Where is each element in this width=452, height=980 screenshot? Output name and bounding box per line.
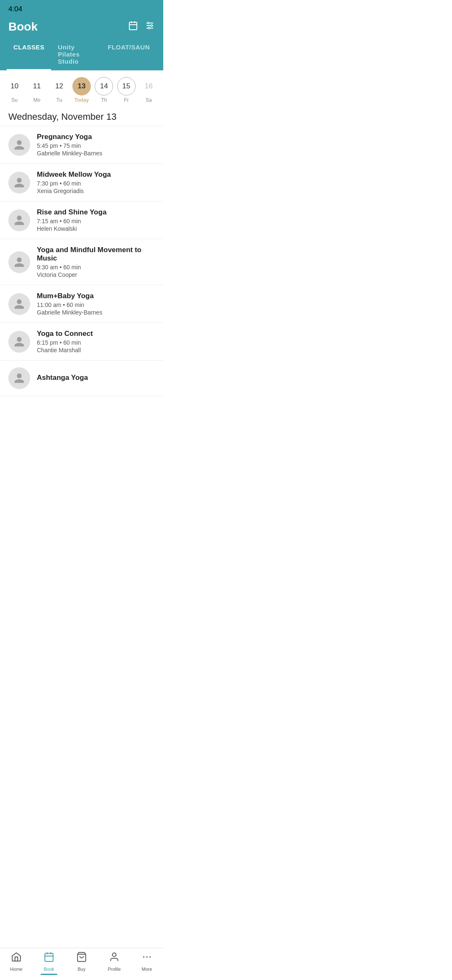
class-instructor-5: Chantie Marshall: [37, 347, 155, 353]
cal-day-10[interactable]: 10 Su: [5, 77, 24, 103]
class-item-0[interactable]: Pregnancy Yoga 5:45 pm • 75 min Gabriell…: [0, 126, 163, 164]
avatar-0: [8, 134, 30, 156]
cal-num-13: 13: [72, 77, 91, 95]
status-bar: 4:04: [0, 0, 163, 17]
svg-point-9: [148, 27, 150, 29]
cal-label-mo: Mo: [33, 97, 41, 103]
class-name-2: Rise and Shine Yoga: [37, 208, 155, 217]
class-item-3[interactable]: Yoga and Mindful Movement to Music 9:30 …: [0, 239, 163, 285]
tab-studio[interactable]: Unity Pilates Studio: [51, 39, 101, 70]
avatar-3: [8, 251, 30, 273]
class-list: Pregnancy Yoga 5:45 pm • 75 min Gabriell…: [0, 126, 163, 396]
cal-label-tu: Tu: [56, 97, 62, 103]
svg-rect-0: [129, 22, 137, 30]
class-name-3: Yoga and Mindful Movement to Music: [37, 246, 155, 263]
class-info-1: Midweek Mellow Yoga 7:30 pm • 60 min Xen…: [37, 170, 155, 194]
date-heading: Wednesday, November 13: [0, 106, 163, 126]
cal-num-14: 14: [95, 77, 113, 95]
class-instructor-2: Helen Kowalski: [37, 225, 155, 232]
class-item-1[interactable]: Midweek Mellow Yoga 7:30 pm • 60 min Xen…: [0, 164, 163, 201]
class-info-0: Pregnancy Yoga 5:45 pm • 75 min Gabriell…: [37, 133, 155, 157]
class-item-4[interactable]: Mum+Baby Yoga 11:00 am • 60 min Gabriell…: [0, 285, 163, 323]
status-time: 4:04: [8, 5, 22, 13]
cal-label-sa: Sa: [146, 97, 152, 103]
cal-label-today: Today: [74, 97, 89, 103]
avatar-5: [8, 331, 30, 353]
class-info-3: Yoga and Mindful Movement to Music 9:30 …: [37, 246, 155, 278]
class-name-6: Ashtanga Yoga: [37, 374, 155, 382]
header: Book: [0, 17, 163, 39]
avatar-6: [8, 367, 30, 389]
class-instructor-1: Xenia Gregoriadis: [37, 188, 155, 194]
filter-icon[interactable]: [145, 21, 155, 33]
cal-label-su: Su: [11, 97, 18, 103]
page-title: Book: [8, 20, 38, 34]
class-name-0: Pregnancy Yoga: [37, 133, 155, 141]
class-time-2: 7:15 am • 60 min: [37, 218, 155, 224]
class-info-6: Ashtanga Yoga: [37, 374, 155, 383]
cal-day-13[interactable]: 13 Today: [72, 77, 91, 103]
class-item-6[interactable]: Ashtanga Yoga: [0, 361, 163, 396]
svg-point-7: [147, 22, 149, 24]
cal-day-16[interactable]: 16 Sa: [139, 77, 158, 103]
avatar-1: [8, 172, 30, 193]
tab-float[interactable]: FLOAT/SAUN: [101, 39, 157, 70]
class-time-5: 6:15 pm • 60 min: [37, 339, 155, 346]
class-item-5[interactable]: Yoga to Connect 6:15 pm • 60 min Chantie…: [0, 323, 163, 361]
svg-point-8: [151, 25, 152, 26]
calendar-strip: 10 Su 11 Mo 12 Tu 13 Today 14 Th 15 Fr 1…: [0, 70, 163, 106]
class-instructor-3: Victoria Cooper: [37, 271, 155, 278]
class-item-2[interactable]: Rise and Shine Yoga 7:15 am • 60 min Hel…: [0, 201, 163, 239]
class-time-3: 9:30 am • 60 min: [37, 264, 155, 271]
class-time-0: 5:45 pm • 75 min: [37, 142, 155, 149]
class-name-5: Yoga to Connect: [37, 330, 155, 338]
cal-num-15: 15: [117, 77, 136, 95]
tabs-bar: CLASSES Unity Pilates Studio FLOAT/SAUN: [0, 39, 163, 70]
header-icons: [128, 21, 155, 33]
cal-label-th: Th: [101, 97, 107, 103]
class-time-4: 11:00 am • 60 min: [37, 302, 155, 308]
class-name-1: Midweek Mellow Yoga: [37, 170, 155, 179]
cal-num-11: 11: [28, 77, 46, 95]
class-info-2: Rise and Shine Yoga 7:15 am • 60 min Hel…: [37, 208, 155, 232]
class-instructor-0: Gabrielle Minkley-Barnes: [37, 150, 155, 157]
tab-classes[interactable]: CLASSES: [7, 39, 51, 70]
class-name-4: Mum+Baby Yoga: [37, 292, 155, 300]
cal-day-12[interactable]: 12 Tu: [50, 77, 69, 103]
calendar-icon[interactable]: [128, 21, 138, 33]
class-instructor-4: Gabrielle Minkley-Barnes: [37, 309, 155, 316]
avatar-2: [8, 209, 30, 231]
cal-day-11[interactable]: 11 Mo: [28, 77, 46, 103]
cal-label-fr: Fr: [124, 97, 128, 103]
class-time-1: 7:30 pm • 60 min: [37, 180, 155, 187]
cal-day-15[interactable]: 15 Fr: [117, 77, 136, 103]
cal-num-10: 10: [5, 77, 24, 95]
avatar-4: [8, 293, 30, 315]
class-info-4: Mum+Baby Yoga 11:00 am • 60 min Gabriell…: [37, 292, 155, 316]
cal-day-14[interactable]: 14 Th: [95, 77, 113, 103]
class-info-5: Yoga to Connect 6:15 pm • 60 min Chantie…: [37, 330, 155, 353]
cal-num-16: 16: [139, 77, 158, 95]
cal-num-12: 12: [50, 77, 69, 95]
